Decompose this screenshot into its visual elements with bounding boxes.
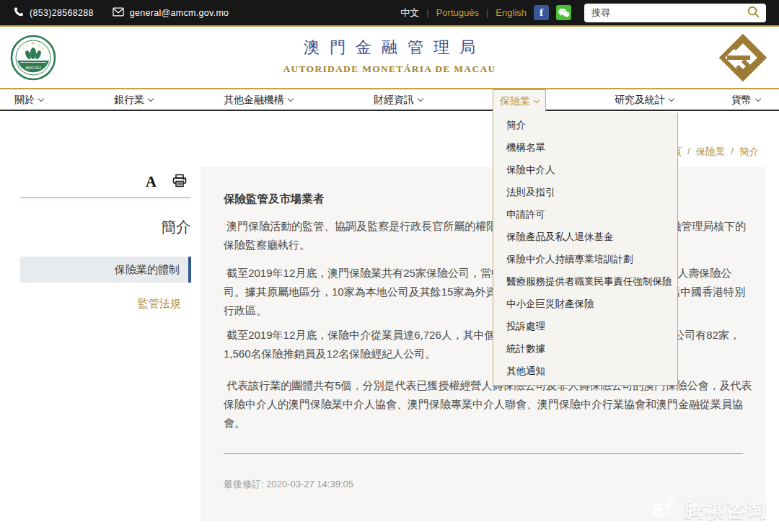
menu-item-complaints[interactable]: 投訴處理 [493, 315, 677, 337]
site-header: MACAU ★ ★ ★ ★ ★ 澳門金融管理局 AUTORIDADE MONET… [0, 27, 779, 89]
print-button[interactable] [172, 174, 187, 190]
menu-item-introduction[interactable]: 簡介 [493, 114, 677, 136]
main-navigation: 關於 銀行業 其他金融機構 財經資訊 保險業 簡介 機構名單 保險中介人 法則及… [0, 89, 779, 111]
phone-link[interactable]: (853)28568288 [13, 6, 94, 19]
menu-item-statistics[interactable]: 統計數據 [493, 337, 677, 360]
nav-label: 關於 [14, 94, 35, 107]
lang-zh[interactable]: 中文 [400, 6, 419, 19]
chevron-down-icon [669, 96, 674, 102]
font-size-button[interactable]: A [146, 173, 157, 191]
email-link[interactable]: general@amcm.gov.mo [113, 7, 229, 19]
watermark-text: 腾祺咨询 [684, 497, 767, 523]
breadcrumb-separator: / [731, 146, 734, 159]
lang-pt[interactable]: Português [436, 7, 479, 18]
main-content-panel: 保險監管及市場業者 澳門保險活動的監管、協調及監察是行政長官所屬的權限，該權限一… [201, 167, 766, 521]
chevron-down-icon [288, 96, 294, 102]
site-title-chinese: 澳門金融管理局 [0, 37, 779, 58]
menu-item-other-notices[interactable]: 其他通知 [493, 360, 677, 382]
chevron-down-icon [534, 97, 540, 102]
search-submit-button[interactable] [747, 5, 760, 21]
chevron-down-icon [148, 96, 154, 102]
chevron-down-icon [755, 96, 761, 102]
menu-item-institution-list[interactable]: 機構名單 [493, 136, 677, 159]
menu-item-insurance-intermediaries[interactable]: 保險中介人 [493, 159, 677, 181]
printer-icon [172, 174, 187, 190]
lang-separator: | [426, 7, 428, 18]
menu-item-medical-liability-insurance[interactable]: 醫療服務提供者職業民事責任強制保險 [493, 270, 677, 293]
phone-icon [13, 6, 24, 19]
nav-other-financial-institutions[interactable]: 其他金融機構 [224, 89, 293, 111]
top-utility-bar: (853)28568288 general@amcm.gov.mo 中文 | P… [0, 0, 779, 27]
nav-insurance[interactable]: 保險業 簡介 機構名單 保險中介人 法則及指引 申請許可 保險產品及私人退休基金… [493, 89, 546, 112]
sidebar-item-insurance-system[interactable]: 保險業的體制 [20, 257, 191, 283]
nav-label: 貨幣 [731, 94, 752, 107]
facebook-icon[interactable]: f [534, 5, 549, 20]
nav-research-statistics[interactable]: 研究及統計 [615, 89, 674, 111]
nav-about[interactable]: 關於 [14, 89, 43, 111]
menu-item-rules-guidelines[interactable]: 法則及指引 [493, 181, 677, 203]
menu-item-products-pension-funds[interactable]: 保險產品及私人退休基金 [493, 226, 677, 248]
chevron-down-icon [38, 96, 44, 102]
menu-item-application-licensing[interactable]: 申請許可 [493, 203, 677, 226]
chevron-down-icon [418, 96, 423, 102]
insurance-dropdown-menu: 簡介 機構名單 保險中介人 法則及指引 申請許可 保險產品及私人退休基金 保險中… [493, 112, 678, 386]
nav-label: 保險業 [500, 95, 530, 108]
sidebar: A 簡介 保險業的體制 監管法規 [20, 172, 191, 311]
lang-en[interactable]: English [496, 7, 527, 18]
site-title-portuguese: AUTORIDADE MONETÁRIA DE MACAU [0, 63, 779, 75]
search-icon [747, 5, 760, 21]
search-input[interactable] [591, 7, 747, 18]
wechat-icon[interactable] [556, 5, 571, 20]
breadcrumb-current-page: 簡介 [739, 146, 759, 159]
lang-separator: | [486, 7, 488, 18]
nav-label: 其他金融機構 [224, 94, 284, 107]
nav-label: 銀行業 [114, 94, 144, 107]
nav-currency[interactable]: 貨幣 [731, 89, 760, 111]
menu-item-sme-catastrophe-insurance[interactable]: 中小企巨災財產保險 [493, 293, 677, 315]
site-title-block: 澳門金融管理局 AUTORIDADE MONETÁRIA DE MACAU [0, 37, 779, 75]
menu-item-cpd-programme[interactable]: 保險中介人持續專業培訓計劃 [493, 248, 677, 270]
nav-banking[interactable]: 銀行業 [114, 89, 153, 111]
envelope-icon [113, 7, 124, 19]
sidebar-item-regulations[interactable]: 監管法規 [20, 297, 191, 311]
nav-financial-information[interactable]: 財經資訊 [374, 89, 423, 111]
sidebar-section-heading: 簡介 [20, 217, 191, 237]
email-address: general@amcm.gov.mo [130, 8, 229, 18]
sidebar-divider [20, 198, 191, 198]
search-box [584, 4, 766, 22]
weibo-icon [648, 495, 678, 526]
nav-label: 財經資訊 [374, 94, 414, 107]
last-modified-text: 最後修訂: 2020-03-27 14:39:05 [224, 478, 744, 491]
nav-label: 研究及統計 [615, 94, 665, 107]
breadcrumb-separator: / [687, 146, 690, 159]
phone-number: (853)28568288 [30, 8, 94, 18]
weibo-watermark: 腾祺咨询 [648, 495, 767, 526]
content-divider [224, 453, 743, 454]
breadcrumb-section[interactable]: 保險業 [696, 146, 726, 159]
